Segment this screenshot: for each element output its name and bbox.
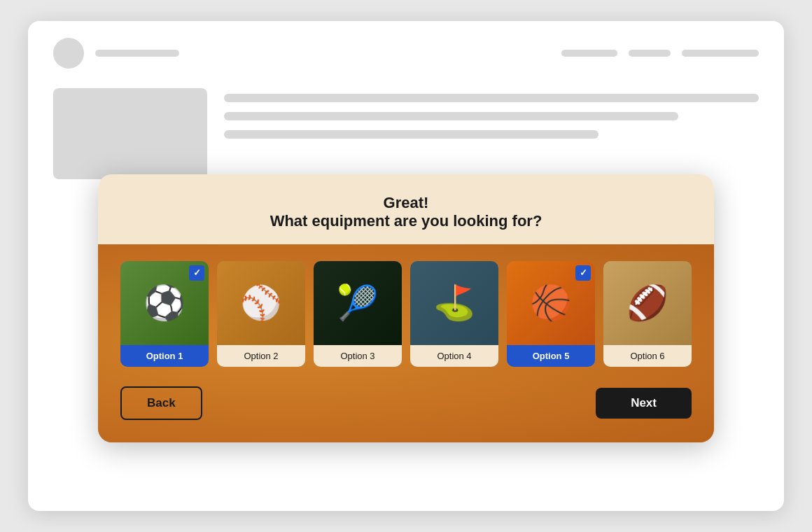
option-label-5: Option 5 [507,345,595,367]
option-label-1: Option 1 [120,345,209,367]
check-badge-5: ✓ [575,265,591,281]
sport-image-4: ⛳ [410,261,498,345]
option-card-4[interactable]: ✓ ⛳ Option 4 [410,261,498,367]
modal-title-line1: Great! [126,194,686,212]
modal-footer: Back Next [120,386,692,420]
modal-title-line2: What equipment are you looking for? [126,212,686,230]
sport-image-3: 🎾 [314,261,402,345]
option-label-4: Option 4 [410,345,498,367]
option-card-1[interactable]: ✓ ⚽ Option 1 [120,261,209,367]
browser-window: Great! What equipment are you looking fo… [28,21,784,511]
sport-image-2: ⚾ [217,261,305,345]
option-card-3[interactable]: ✓ 🎾 Option 3 [314,261,402,367]
option-card-6[interactable]: ✓ 🏈 Option 6 [603,261,692,367]
check-badge-1: ✓ [189,265,204,281]
option-label-6: Option 6 [603,345,692,367]
option-label-3: Option 3 [314,345,402,367]
option-card-2[interactable]: ✓ ⚾ Option 2 [217,261,305,367]
option-label-2: Option 2 [217,345,305,367]
back-button[interactable]: Back [120,386,202,420]
quiz-modal: Great! What equipment are you looking fo… [98,174,714,442]
sport-image-6: 🏈 [603,261,692,345]
options-grid: ✓ ⚽ Option 1 ✓ ⚾ Option 2 ✓ 🎾 Optio [120,261,692,367]
next-button[interactable]: Next [596,388,692,419]
modal-header: Great! What equipment are you looking fo… [98,174,714,244]
option-card-5[interactable]: ✓ 🏀 Option 5 [507,261,595,367]
modal-overlay: Great! What equipment are you looking fo… [28,21,784,511]
modal-body: ✓ ⚽ Option 1 ✓ ⚾ Option 2 ✓ 🎾 Optio [98,244,714,442]
